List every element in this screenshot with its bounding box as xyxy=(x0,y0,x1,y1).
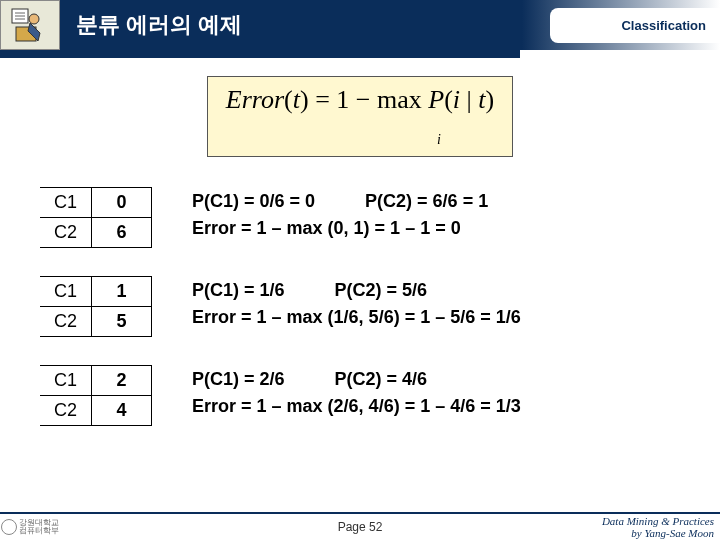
slide-content: Error(t) = 1 − max P(i | t) i C10 C26 P(… xyxy=(0,58,720,426)
formula-box: Error(t) = 1 − max P(i | t) i xyxy=(207,76,513,157)
cell-value: 6 xyxy=(92,218,152,248)
footer-logo: 강원대학교컴퓨터학부 xyxy=(0,519,60,535)
cell-value: 2 xyxy=(92,366,152,396)
count-table: C10 C26 xyxy=(40,187,152,248)
example-row: C12 C24 P(C1) = 2/6P(C2) = 4/6 Error = 1… xyxy=(40,365,680,426)
error-line: Error = 1 – max (0, 1) = 1 – 1 = 0 xyxy=(192,218,488,239)
lecturer-icon xyxy=(10,5,50,45)
cell-label: C2 xyxy=(40,218,92,248)
cell-value: 5 xyxy=(92,307,152,337)
title-bar: 분류 에러의 예제 Classification xyxy=(60,0,720,50)
page-number: Page 52 xyxy=(338,520,383,534)
count-table: C12 C24 xyxy=(40,365,152,426)
error-line: Error = 1 – max (2/6, 4/6) = 1 – 4/6 = 1… xyxy=(192,396,521,417)
example-text: P(C1) = 1/6P(C2) = 5/6 Error = 1 – max (… xyxy=(192,280,521,334)
section-label: Classification xyxy=(621,18,706,33)
prob-c2: P(C2) = 6/6 = 1 xyxy=(365,191,488,212)
footer-logo-text: 강원대학교컴퓨터학부 xyxy=(19,519,59,535)
header-logo xyxy=(0,0,60,50)
cell-value: 4 xyxy=(92,396,152,426)
header-underline xyxy=(0,50,520,58)
error-line: Error = 1 – max (1/6, 5/6) = 1 – 5/6 = 1… xyxy=(192,307,521,328)
cell-value: 0 xyxy=(92,188,152,218)
example-row: C11 C25 P(C1) = 1/6P(C2) = 5/6 Error = 1… xyxy=(40,276,680,337)
attribution-line2: by Yang-Sae Moon xyxy=(602,527,714,539)
university-seal-icon xyxy=(1,519,17,535)
prob-c2: P(C2) = 5/6 xyxy=(335,280,428,301)
example-text: P(C1) = 2/6P(C2) = 4/6 Error = 1 – max (… xyxy=(192,369,521,423)
prob-c1: P(C1) = 0/6 = 0 xyxy=(192,191,315,211)
slide-footer: 강원대학교컴퓨터학부 Page 52 Data Mining & Practic… xyxy=(0,512,720,540)
cell-label: C1 xyxy=(40,366,92,396)
prob-c1: P(C1) = 1/6 xyxy=(192,280,285,300)
svg-point-1 xyxy=(29,14,39,24)
prob-c2: P(C2) = 4/6 xyxy=(335,369,428,390)
attribution-line1: Data Mining & Practices xyxy=(602,515,714,527)
cell-label: C2 xyxy=(40,307,92,337)
slide-title: 분류 에러의 예제 xyxy=(76,10,242,40)
attribution: Data Mining & Practices by Yang-Sae Moon xyxy=(602,515,714,539)
example-row: C10 C26 P(C1) = 0/6 = 0P(C2) = 6/6 = 1 E… xyxy=(40,187,680,248)
slide-header: 분류 에러의 예제 Classification xyxy=(0,0,720,50)
cell-label: C1 xyxy=(40,277,92,307)
formula-subscript: i xyxy=(437,132,441,147)
cell-label: C2 xyxy=(40,396,92,426)
example-text: P(C1) = 0/6 = 0P(C2) = 6/6 = 1 Error = 1… xyxy=(192,191,488,245)
prob-c1: P(C1) = 2/6 xyxy=(192,369,285,389)
cell-label: C1 xyxy=(40,188,92,218)
cell-value: 1 xyxy=(92,277,152,307)
count-table: C11 C25 xyxy=(40,276,152,337)
